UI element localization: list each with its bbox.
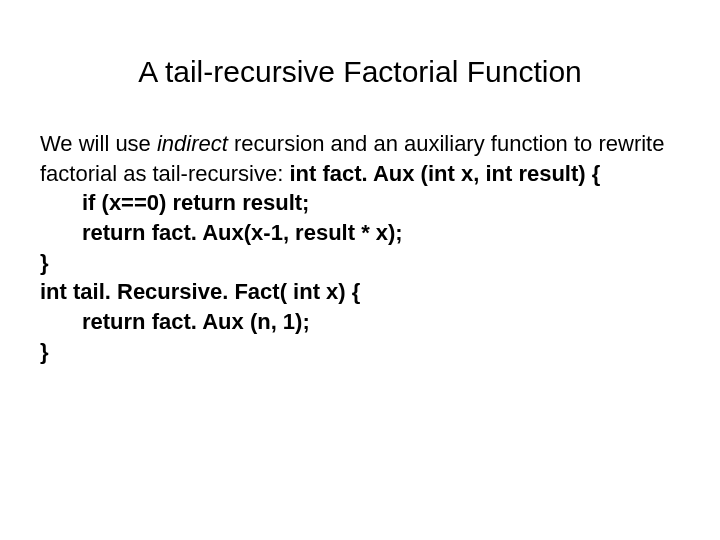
slide-body: We will use indirect recursion and an au… — [40, 129, 680, 367]
intro-italic: indirect — [157, 131, 228, 156]
code-close-1: } — [40, 248, 680, 278]
intro-block: We will use indirect recursion and an au… — [40, 129, 680, 188]
code-line-return2: return fact. Aux (n, 1); — [40, 307, 680, 337]
code-line-if: if (x==0) return result; — [40, 188, 680, 218]
code-sig-1: int fact. Aux (int x, int result) { — [289, 161, 600, 186]
intro-prefix: We will use — [40, 131, 157, 156]
slide: A tail-recursive Factorial Function We w… — [0, 0, 720, 540]
slide-title: A tail-recursive Factorial Function — [40, 55, 680, 89]
code-sig-2: int tail. Recursive. Fact( int x) { — [40, 277, 680, 307]
code-close-2: } — [40, 337, 680, 367]
code-line-return: return fact. Aux(x-1, result * x); — [40, 218, 680, 248]
